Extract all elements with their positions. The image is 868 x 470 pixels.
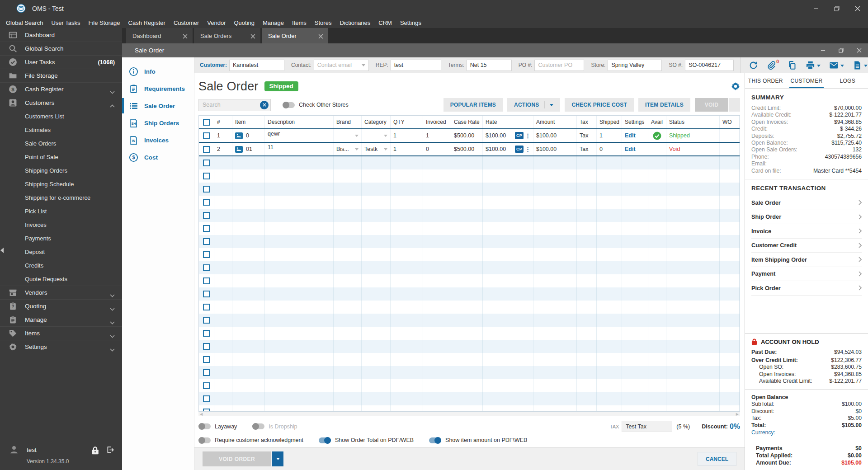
panel-tab-logs[interactable]: LOGS <box>827 73 868 88</box>
tab-dashboard[interactable]: Dashboard <box>126 28 193 43</box>
row-checkbox[interactable] <box>199 209 214 222</box>
recent-item-customer-credit[interactable]: Customer Credit <box>751 239 862 253</box>
menu-item-cash-register[interactable]: Cash Register <box>124 19 170 26</box>
recent-item-payment[interactable]: Payment <box>751 267 862 282</box>
category-select[interactable] <box>362 129 391 142</box>
header-cell-description[interactable]: Description <box>265 116 334 128</box>
subnav-item-requirements[interactable]: Requirements <box>122 80 194 97</box>
recent-item-pick-order[interactable]: Pick Order <box>751 281 862 296</box>
field-so-number-input[interactable]: SO-0046217 <box>685 60 734 71</box>
row-checkbox[interactable] <box>199 301 214 314</box>
minimize-button[interactable] <box>806 0 826 17</box>
menu-item-dictionaries[interactable]: Dictionaries <box>335 19 374 26</box>
tab-close-icon[interactable] <box>183 33 188 38</box>
header-cell-category[interactable]: Category <box>362 116 391 128</box>
sidebar-item-shipping-for-e-commerce[interactable]: Shipping for e-commerce <box>0 191 122 204</box>
sidebar-item-dashboard[interactable]: Dashboard <box>0 28 122 42</box>
field-po-input[interactable]: Customer PO <box>534 60 584 71</box>
void-caret-button[interactable] <box>729 98 740 112</box>
row-checkbox[interactable] <box>199 314 214 327</box>
sidebar-item-shipping-orders[interactable]: Shipping Orders <box>0 164 122 177</box>
inner-minimize-button[interactable] <box>814 43 832 57</box>
subnav-item-ship-orders[interactable]: SHShip Orders <box>122 114 194 132</box>
brand-select[interactable]: Bis... <box>334 143 362 155</box>
sidebar-item-quote-requests[interactable]: Quote Requests <box>0 272 122 286</box>
settings-gear-icon[interactable] <box>731 82 740 91</box>
row-checkbox[interactable] <box>199 129 214 142</box>
clear-search-button[interactable] <box>260 101 269 109</box>
inner-restore-button[interactable] <box>832 43 850 57</box>
sidebar-item-vendors[interactable]: Vendors <box>0 286 122 299</box>
sidebar-item-global-search[interactable]: Global Search <box>0 42 122 55</box>
field-rep-input[interactable]: test <box>391 60 441 71</box>
row-checkbox[interactable] <box>199 169 214 183</box>
row-checkbox[interactable] <box>199 327 214 340</box>
subnav-item-invoices[interactable]: INInvoices <box>122 132 194 149</box>
cp-badge[interactable]: CP <box>515 146 524 153</box>
sidebar-item-cash-register[interactable]: $Cash Register <box>0 82 122 96</box>
cp-badge[interactable]: CP <box>515 132 524 139</box>
menu-item-stores[interactable]: Stores <box>311 19 336 26</box>
edit-link[interactable]: Edit <box>625 146 636 152</box>
check-price-cost-button[interactable]: CHECK PRICE COST <box>565 98 634 112</box>
sidebar-item-customers-list[interactable]: Customers List <box>0 109 122 123</box>
is-dropship-toggle[interactable] <box>252 423 264 429</box>
row-checkbox[interactable] <box>199 156 214 169</box>
header-cell-settings[interactable]: Settings <box>622 116 648 128</box>
header-cell-avail[interactable]: Avail <box>648 116 666 128</box>
void-order-caret-button[interactable] <box>272 451 283 466</box>
horizontal-scrollbar[interactable]: ◀▶ <box>198 412 740 416</box>
sidebar-item-customers[interactable]: Customers <box>0 96 122 109</box>
header-cell-shipped[interactable]: Shipped <box>597 116 622 128</box>
row-checkbox[interactable] <box>199 405 214 411</box>
field-store-input[interactable]: Spring Valley <box>608 60 662 71</box>
sidebar-item-file-storage[interactable]: File Storage <box>0 69 122 82</box>
restore-button[interactable] <box>826 0 847 17</box>
tab-close-icon[interactable] <box>318 33 323 38</box>
tab-sale-orders[interactable]: Sale Orders <box>194 28 260 43</box>
sync-icon[interactable] <box>749 61 758 70</box>
tab-sale-order[interactable]: Sale Order <box>262 28 328 43</box>
tab-close-icon[interactable] <box>250 33 255 38</box>
sidebar-item-invoices[interactable]: Invoices <box>0 218 122 231</box>
inner-close-button[interactable] <box>850 43 868 57</box>
row-checkbox[interactable] <box>199 183 214 196</box>
recent-item-invoice[interactable]: Invoice <box>751 224 862 239</box>
menu-item-manage[interactable]: Manage <box>259 19 288 26</box>
row-checkbox[interactable] <box>199 143 214 155</box>
header-cell-status[interactable]: Status <box>666 116 720 128</box>
popular-items-button[interactable]: POPULAR ITEMS <box>443 98 503 112</box>
category-select[interactable]: Testk <box>362 143 391 155</box>
sidebar-item-shipping-schedule[interactable]: Shipping Schedule <box>0 177 122 191</box>
row-checkbox[interactable] <box>199 261 214 274</box>
sidebar-item-settings[interactable]: Settings <box>0 340 122 353</box>
sidebar-item-quoting[interactable]: ?Quoting <box>0 299 122 313</box>
lock-icon[interactable] <box>91 446 99 454</box>
recent-item-ship-order[interactable]: Ship Order <box>751 210 862 225</box>
logout-icon[interactable] <box>106 446 114 454</box>
sidebar-item-point-of-sale[interactable]: Point of Sale <box>0 150 122 164</box>
sidebar-item-user-tasks[interactable]: User Tasks(1068) <box>0 55 122 69</box>
check-other-stores-toggle[interactable] <box>283 102 295 108</box>
menu-item-customer[interactable]: Customer <box>170 19 203 26</box>
item-details-button[interactable]: ITEM DETAILS <box>638 98 690 112</box>
row-checkbox[interactable] <box>199 235 214 248</box>
row-checkbox[interactable] <box>199 379 214 392</box>
menu-item-quoting[interactable]: Quoting <box>230 19 259 26</box>
field-contact-input[interactable]: Contact email <box>314 60 369 71</box>
header-cell-item[interactable]: Item <box>232 116 265 128</box>
row-menu-icon[interactable]: ⋮ <box>525 132 530 139</box>
currency-link[interactable]: Currency: <box>751 429 862 436</box>
sidebar-item-sale-orders[interactable]: Sale Orders <box>0 136 122 150</box>
attachment-icon[interactable]: 0 <box>767 61 779 70</box>
subnav-item-cost[interactable]: $Cost <box>122 149 194 166</box>
sidebar-item-pick-list[interactable]: Pick List <box>0 204 122 218</box>
menu-item-global-search[interactable]: Global Search <box>2 19 47 26</box>
recent-item-sale-order[interactable]: Sale Order <box>751 196 862 210</box>
row-menu-icon[interactable]: ⋮ <box>525 146 530 153</box>
show-order-total-toggle[interactable] <box>319 437 331 443</box>
header-cell-amount[interactable]: Amount <box>533 116 577 128</box>
recent-item-item-shipping-order[interactable]: Item Shipping Order <box>751 253 862 267</box>
sidebar-item-items[interactable]: Items <box>0 326 122 340</box>
row-checkbox[interactable] <box>199 222 214 235</box>
